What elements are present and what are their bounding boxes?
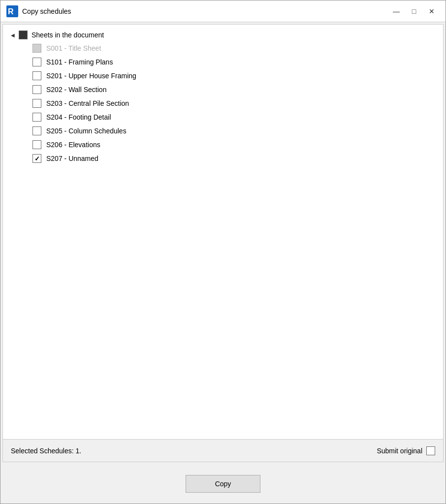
item-label-s203: S203 - Central Pile Section <box>46 99 129 107</box>
item-label-s201: S201 - Upper House Framing <box>46 72 136 80</box>
item-label-s202: S202 - Wall Section <box>46 86 106 94</box>
item-label-s206: S206 - Elevations <box>46 141 100 149</box>
collapse-arrow-icon: ◀ <box>9 31 17 39</box>
item-checkbox-s201[interactable] <box>32 71 41 80</box>
submit-original-container: Submit original <box>377 446 435 455</box>
tree-area: ◀ Sheets in the document S001 - Title Sh… <box>3 25 443 439</box>
window-title: Copy schedules <box>22 7 388 15</box>
maximize-button[interactable]: □ <box>406 4 422 18</box>
list-item: S101 - Framing Plans <box>29 55 441 69</box>
item-label-s204: S204 - Footing Detail <box>46 113 111 121</box>
item-checkbox-s001[interactable] <box>32 44 41 53</box>
content-area: ◀ Sheets in the document S001 - Title Sh… <box>2 24 444 462</box>
revit-icon: R <box>6 5 18 17</box>
item-label-s207: S207 - Unnamed <box>46 155 98 162</box>
item-checkbox-s204[interactable] <box>32 113 41 122</box>
window-controls: — □ ✕ <box>388 4 440 18</box>
list-item: S205 - Column Schedules <box>29 124 441 138</box>
svg-text:R: R <box>8 7 14 16</box>
item-checkbox-s101[interactable] <box>32 58 41 66</box>
list-item: S202 - Wall Section <box>29 83 441 96</box>
item-checkbox-s202[interactable] <box>32 85 41 94</box>
item-checkbox-s203[interactable] <box>32 99 41 108</box>
copy-button[interactable]: Copy <box>186 475 260 493</box>
minimize-button[interactable]: — <box>388 4 404 18</box>
footer-area: Copy <box>0 464 446 504</box>
parent-checkbox[interactable] <box>19 31 28 39</box>
main-window: R Copy schedules — □ ✕ ◀ Sheets in the d… <box>0 0 446 504</box>
close-button[interactable]: ✕ <box>424 4 440 18</box>
status-bar: Selected Schedules: 1. Submit original <box>3 439 443 462</box>
item-checkbox-s206[interactable] <box>32 140 41 149</box>
list-item: S203 - Central Pile Section <box>29 96 441 110</box>
list-item: S204 - Footing Detail <box>29 110 441 124</box>
list-item: S201 - Upper House Framing <box>29 69 441 83</box>
item-label-s101: S101 - Framing Plans <box>46 58 113 66</box>
list-item: S206 - Elevations <box>29 138 441 152</box>
tree-root[interactable]: ◀ Sheets in the document <box>5 29 441 41</box>
selected-schedules-text: Selected Schedules: 1. <box>11 447 81 455</box>
list-item: S207 - Unnamed <box>29 152 441 165</box>
submit-original-checkbox[interactable] <box>426 446 435 455</box>
tree-root-label: Sheets in the document <box>32 31 104 39</box>
item-label-s205: S205 - Column Schedules <box>46 127 127 135</box>
item-checkbox-s207[interactable] <box>32 154 41 163</box>
submit-original-label: Submit original <box>377 447 422 455</box>
title-bar: R Copy schedules — □ ✕ <box>0 0 446 22</box>
item-checkbox-s205[interactable] <box>32 126 41 135</box>
list-item: S001 - Title Sheet <box>29 41 441 55</box>
tree-items-container: S001 - Title Sheet S101 - Framing Plans … <box>5 41 441 165</box>
item-label-s001: S001 - Title Sheet <box>46 44 101 52</box>
